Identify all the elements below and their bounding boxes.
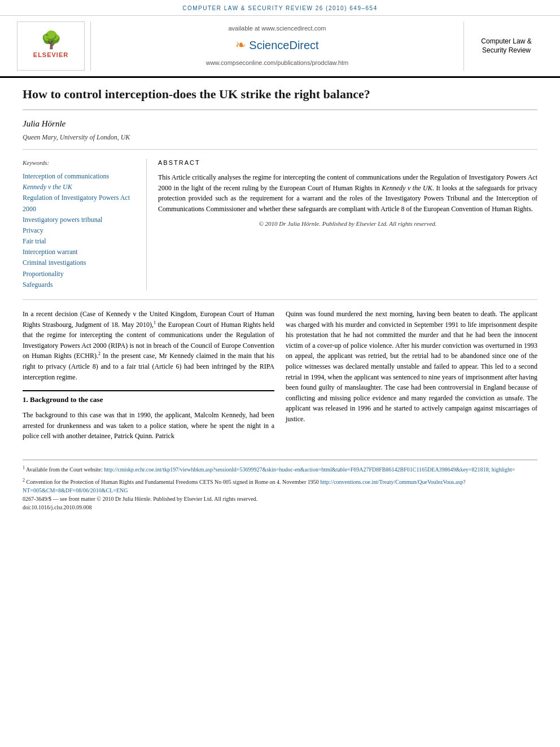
header-section: 🌳 ELSEVIER available at www.sciencedirec… — [0, 16, 560, 78]
section1-heading: 1. Background to the case — [23, 390, 274, 405]
right-col-text: Quinn was found murdered the next mornin… — [286, 309, 537, 425]
footnote1-link: http://cmiskp.echr.coe.int/tkp197/viewhb… — [104, 466, 515, 473]
footnote-2: 2 Convention for the Protection of Human… — [23, 477, 537, 512]
keyword-item: Investigatory powers tribunal — [23, 215, 137, 225]
keywords-column: Keywords: Interception of communications… — [23, 159, 147, 290]
body-right-column: Quinn was found murdered the next mornin… — [286, 309, 537, 448]
article-title: How to control interception-does the UK … — [23, 86, 537, 110]
keyword-item: Kennedy v the UK — [23, 182, 137, 193]
sd-leaf-icon: ❧ — [235, 36, 246, 54]
keyword-item: Fair trial — [23, 236, 137, 247]
keyword-item: Interception of communications — [23, 171, 137, 182]
footnote1-number: 1 — [23, 465, 25, 470]
sd-label: ScienceDirect — [249, 37, 318, 54]
keyword-item: Privacy — [23, 225, 137, 236]
abstract-column: ABSTRACT This Article critically analyse… — [158, 159, 537, 290]
keyword-item: Safeguards — [23, 279, 137, 290]
footnote2-number: 2 — [23, 478, 25, 483]
elsevier-logo: 🌳 ELSEVIER — [17, 21, 85, 71]
copyright-text: © 2010 Dr Julia Hörnle. Published by Els… — [158, 220, 537, 229]
abstract-title: ABSTRACT — [158, 159, 537, 168]
keyword-item: Criminal investigations — [23, 257, 137, 268]
keyword-item: Interception warrant — [23, 247, 137, 257]
footnote-1: 1 Available from the Court website: http… — [23, 465, 537, 474]
abstract-text: This Article critically analyses the reg… — [158, 172, 537, 214]
keywords-label: Keywords: — [23, 159, 137, 168]
elsevier-label: ELSEVIER — [33, 51, 68, 60]
body-left-column: In a recent decision (Case of Kennedy v … — [23, 309, 274, 448]
footnote2-link: http://conventions.coe.int/Treaty/Commun… — [23, 479, 466, 493]
author-name: Julia Hörnle — [23, 118, 537, 130]
abstract-keywords-section: Keywords: Interception of communications… — [23, 159, 537, 300]
sciencedirect-logo: ❧ ScienceDirect — [235, 36, 318, 54]
journal-name: Computer Law & Security Review — [470, 21, 543, 71]
website-url: www.compseconline.com/publications/prodc… — [206, 59, 349, 68]
section1-text: The background to this case was that in … — [23, 410, 274, 442]
journal-info-bar: COMPUTER LAW & SECURITY REVIEW 26 (2010)… — [0, 0, 560, 16]
keyword-item: Regulation of Investigatory Powers Act 2… — [23, 193, 137, 214]
author-affiliation: Queen Mary, University of London, UK — [23, 133, 537, 150]
intro-paragraph: In a recent decision (Case of Kennedy v … — [23, 309, 274, 382]
sciencedirect-section: available at www.sciencedirect.com ❧ Sci… — [90, 21, 464, 71]
footnotes-section: 1 Available from the Court website: http… — [23, 460, 537, 512]
keyword-item: Proportionality — [23, 269, 137, 279]
keywords-list: Interception of communications Kennedy v… — [23, 171, 137, 290]
journal-info-text: COMPUTER LAW & SECURITY REVIEW 26 (2010)… — [182, 5, 377, 11]
available-text: available at www.sciencedirect.com — [228, 24, 326, 33]
main-body: In a recent decision (Case of Kennedy v … — [23, 309, 537, 448]
tree-icon: 🌳 — [41, 32, 62, 49]
content-area: How to control interception-does the UK … — [0, 78, 560, 526]
